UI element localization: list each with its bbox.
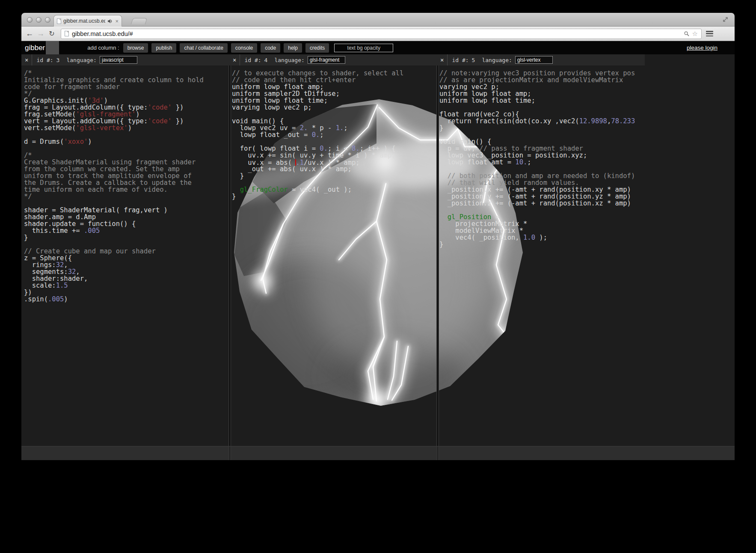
column-id-value: 5 bbox=[472, 57, 475, 63]
tab-close-icon[interactable]: × bbox=[115, 18, 119, 24]
browser-toolbar: ← → ↻ gibber.mat.ucsb.edu/# ☆ bbox=[21, 27, 735, 41]
column-id-label: id #: bbox=[244, 57, 261, 63]
column-header: × id #: 4 language: bbox=[229, 54, 437, 65]
column-id-value: 4 bbox=[264, 57, 268, 63]
chat-collaborate-button[interactable]: chat / collaborate bbox=[180, 43, 227, 53]
browse-button[interactable]: browse bbox=[123, 43, 148, 53]
help-button[interactable]: help bbox=[284, 43, 302, 53]
code-column-glsl-fragment: × id #: 4 language: // to execute change… bbox=[229, 54, 437, 200]
language-label: language: bbox=[274, 57, 304, 63]
close-window-button[interactable] bbox=[27, 17, 33, 23]
footer-divider bbox=[228, 446, 231, 460]
footer-bar bbox=[21, 446, 735, 460]
close-column-icon[interactable]: × bbox=[21, 56, 32, 63]
close-column-icon[interactable]: × bbox=[437, 56, 447, 63]
reload-button[interactable]: ↻ bbox=[46, 30, 57, 38]
fullscreen-expand-icon[interactable] bbox=[722, 16, 729, 23]
browser-tab[interactable]: gibber.mat.ucsb.edu/# × bbox=[53, 15, 122, 27]
language-label: language: bbox=[482, 57, 512, 63]
gibber-nav-bar: gibber add column : browse publish chat … bbox=[21, 41, 735, 54]
code-column-glsl-vertex: × id #: 5 language: // note:varying vec3… bbox=[437, 54, 645, 248]
text-bg-opacity-control[interactable]: text bg opacity bbox=[334, 44, 393, 52]
column-header: × id #: 5 language: bbox=[437, 54, 645, 65]
browser-menu-icon[interactable] bbox=[706, 31, 713, 36]
credits-button[interactable]: credits bbox=[305, 43, 329, 53]
header-separator bbox=[447, 54, 448, 65]
gibber-logo: gibber bbox=[21, 44, 46, 52]
logo-block bbox=[46, 41, 59, 54]
language-label: language: bbox=[66, 57, 96, 63]
back-button[interactable]: ← bbox=[24, 29, 35, 38]
console-button[interactable]: console bbox=[231, 43, 257, 53]
page-icon bbox=[57, 18, 61, 24]
address-bar[interactable]: gibber.mat.ucsb.edu/# ☆ bbox=[61, 29, 702, 39]
language-input[interactable] bbox=[308, 56, 345, 64]
forward-button[interactable]: → bbox=[35, 29, 46, 38]
code-editor-glsl-fragment[interactable]: // to execute changes to shader, select … bbox=[229, 70, 437, 200]
column-id-label: id #: bbox=[452, 57, 468, 63]
window-controls bbox=[27, 17, 50, 23]
code-button[interactable]: code bbox=[261, 43, 280, 53]
new-tab-button[interactable] bbox=[131, 18, 148, 24]
header-separator bbox=[240, 54, 240, 65]
tab-title: gibber.mat.ucsb.edu/# bbox=[63, 18, 105, 24]
minimize-window-button[interactable] bbox=[36, 17, 42, 23]
column-id-label: id #: bbox=[36, 57, 53, 63]
bookmark-star-icon[interactable]: ☆ bbox=[692, 30, 698, 37]
code-column-javascript: × id #: 3 language: /*Initialize graphic… bbox=[21, 54, 229, 303]
page-icon bbox=[65, 31, 69, 36]
workspace: × id #: 3 language: /*Initialize graphic… bbox=[21, 54, 735, 446]
text-cursor bbox=[295, 159, 296, 166]
browser-window: gibber.mat.ucsb.edu/# × ← → ↻ gibber.mat… bbox=[21, 13, 735, 460]
language-input[interactable] bbox=[100, 56, 137, 64]
language-input[interactable] bbox=[515, 56, 553, 64]
zoom-window-button[interactable] bbox=[45, 17, 50, 23]
code-editor-javascript[interactable]: /*Initialize graphics and create column … bbox=[21, 70, 229, 303]
publish-button[interactable]: publish bbox=[151, 43, 176, 53]
browser-tab-bar: gibber.mat.ucsb.edu/# × bbox=[21, 13, 735, 27]
url-text: gibber.mat.ucsb.edu/# bbox=[72, 30, 133, 37]
column-header: × id #: 3 language: bbox=[21, 54, 229, 65]
login-link[interactable]: please login bbox=[687, 45, 717, 51]
footer-divider bbox=[436, 446, 439, 460]
code-editor-glsl-vertex[interactable]: // note:varying vec3 position provides v… bbox=[437, 70, 645, 248]
close-column-icon[interactable]: × bbox=[229, 56, 240, 63]
add-column-label: add column : bbox=[87, 45, 119, 51]
zoom-icon[interactable] bbox=[684, 31, 689, 36]
audio-playing-icon bbox=[107, 19, 113, 24]
column-id-value: 3 bbox=[56, 57, 60, 63]
header-separator bbox=[32, 54, 32, 65]
